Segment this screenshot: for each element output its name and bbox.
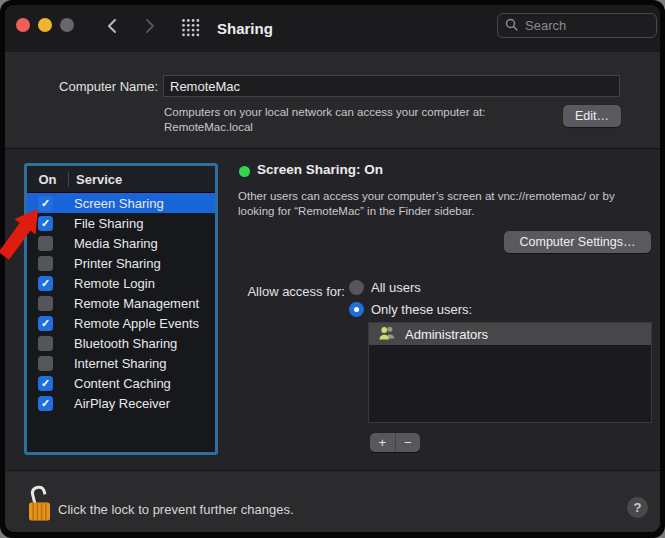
help-button[interactable]: ?	[627, 497, 648, 518]
grid-icon	[181, 18, 200, 41]
service-label: Screen Sharing	[74, 196, 164, 211]
window-body: Sharing Computer Name: Computers on your…	[5, 5, 660, 532]
service-label: Content Caching	[74, 376, 171, 391]
airplay-receiver-checkbox[interactable]: ✓	[38, 396, 53, 411]
service-label: Remote Management	[74, 296, 199, 311]
service-row-media-sharing[interactable]: Media Sharing	[27, 233, 215, 253]
column-header-service: Service	[69, 172, 122, 187]
main-area: On Service ✓Screen Sharing✓File SharingM…	[5, 149, 660, 470]
titlebar: Sharing	[5, 5, 660, 53]
service-label: Printer Sharing	[74, 256, 161, 271]
service-row-screen-sharing[interactable]: ✓Screen Sharing	[27, 193, 215, 213]
chevron-left-icon	[106, 18, 118, 38]
printer-sharing-checkbox[interactable]	[38, 256, 53, 271]
close-window-button[interactable]	[16, 18, 30, 32]
unlocked-padlock-icon	[26, 508, 54, 525]
lock-button[interactable]	[26, 484, 54, 526]
computer-settings-button[interactable]: Computer Settings…	[504, 231, 651, 253]
service-row-remote-management[interactable]: Remote Management	[27, 293, 215, 313]
service-label: Media Sharing	[74, 236, 158, 251]
service-row-printer-sharing[interactable]: Printer Sharing	[27, 253, 215, 273]
search-field[interactable]	[497, 13, 657, 38]
service-label: File Sharing	[74, 216, 143, 231]
status-dot	[239, 166, 250, 177]
computer-name-description: Computers on your local network can acce…	[164, 105, 486, 135]
service-row-airplay-receiver[interactable]: ✓AirPlay Receiver	[27, 393, 215, 413]
add-user-button[interactable]: +	[370, 433, 395, 452]
service-row-remote-login[interactable]: ✓Remote Login	[27, 273, 215, 293]
computer-name-input[interactable]	[163, 75, 620, 97]
radio-all-users-label: All users	[371, 280, 421, 295]
group-users-icon	[378, 325, 396, 343]
bluetooth-sharing-checkbox[interactable]	[38, 336, 53, 351]
minimize-window-button[interactable]	[38, 18, 52, 32]
services-header: On Service	[27, 166, 215, 193]
radio-button-only-these-users[interactable]	[349, 302, 364, 317]
forward-button[interactable]	[141, 17, 159, 39]
radio-button-all-users[interactable]	[349, 280, 364, 295]
remote-apple-events-checkbox[interactable]: ✓	[38, 316, 53, 331]
show-all-preferences-button[interactable]	[179, 18, 201, 40]
column-header-on: On	[27, 172, 68, 187]
computer-name-section: Computer Name: Computers on your local n…	[5, 52, 660, 148]
computer-name-label: Computer Name:	[33, 79, 158, 94]
user-row-administrators[interactable]: Administrators	[369, 323, 651, 345]
edit-button[interactable]: Edit…	[563, 105, 621, 127]
remove-user-button[interactable]: −	[395, 433, 421, 452]
window-title: Sharing	[217, 20, 273, 37]
services-list[interactable]: On Service ✓Screen Sharing✓File SharingM…	[24, 163, 218, 455]
search-icon	[505, 17, 518, 35]
service-row-file-sharing[interactable]: ✓File Sharing	[27, 213, 215, 233]
zoom-window-button	[60, 18, 74, 32]
radio-only-these-users[interactable]: Only these users:	[349, 302, 472, 317]
allowed-users-list[interactable]: Administrators	[368, 322, 652, 423]
service-row-internet-sharing[interactable]: Internet Sharing	[27, 353, 215, 373]
remote-management-checkbox[interactable]	[38, 296, 53, 311]
traffic-lights	[16, 18, 74, 32]
service-label: Remote Login	[74, 276, 155, 291]
search-input[interactable]	[523, 17, 649, 34]
service-label: Internet Sharing	[74, 356, 167, 371]
remote-login-checkbox[interactable]: ✓	[38, 276, 53, 291]
lock-hint-text: Click the lock to prevent further change…	[58, 502, 294, 517]
radio-only-these-users-label: Only these users:	[371, 302, 472, 317]
add-remove-control: + −	[370, 433, 420, 452]
computer-name-description-line1: Computers on your local network can acce…	[164, 105, 486, 120]
user-name: Administrators	[405, 327, 488, 342]
screen-sharing-checkbox[interactable]: ✓	[38, 196, 53, 211]
status-title: Screen Sharing: On	[257, 162, 383, 177]
file-sharing-checkbox[interactable]: ✓	[38, 216, 53, 231]
services-rows: ✓Screen Sharing✓File SharingMedia Sharin…	[27, 193, 215, 413]
service-row-content-caching[interactable]: ✓Content Caching	[27, 373, 215, 393]
computer-name-description-line2: RemoteMac.local	[164, 120, 486, 135]
allow-access-label: Allow access for:	[231, 284, 345, 299]
media-sharing-checkbox[interactable]	[38, 236, 53, 251]
internet-sharing-checkbox[interactable]	[38, 356, 53, 371]
status-description: Other users can access your computer’s s…	[238, 189, 638, 219]
content-caching-checkbox[interactable]: ✓	[38, 376, 53, 391]
service-row-remote-apple-events[interactable]: ✓Remote Apple Events	[27, 313, 215, 333]
sharing-preferences-window: Sharing Computer Name: Computers on your…	[0, 0, 665, 538]
service-label: AirPlay Receiver	[74, 396, 170, 411]
service-label: Bluetooth Sharing	[74, 336, 177, 351]
service-row-bluetooth-sharing[interactable]: Bluetooth Sharing	[27, 333, 215, 353]
footer-bar: Click the lock to prevent further change…	[5, 470, 660, 532]
service-label: Remote Apple Events	[74, 316, 199, 331]
chevron-right-icon	[144, 18, 156, 38]
back-button[interactable]	[103, 17, 121, 39]
radio-all-users[interactable]: All users	[349, 280, 421, 295]
